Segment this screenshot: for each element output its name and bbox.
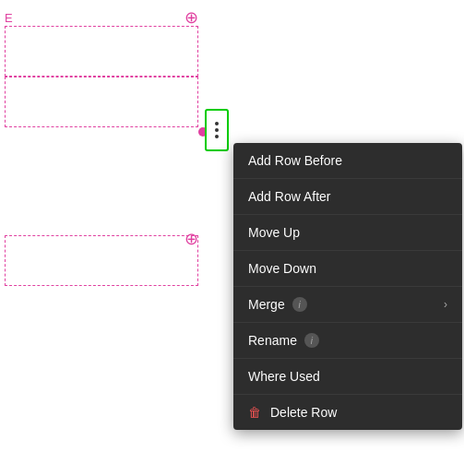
- menu-item-left-add-row-before: Add Row Before: [248, 153, 342, 168]
- kebab-dot-3: [215, 135, 219, 138]
- menu-item-left-delete-row: 🗑Delete Row: [248, 405, 337, 420]
- info-badge-rename: i: [304, 333, 319, 348]
- menu-item-left-move-up: Move Up: [248, 225, 300, 240]
- menu-item-where-used[interactable]: Where Used: [233, 359, 462, 395]
- column-label: E: [5, 11, 13, 25]
- submenu-chevron-merge: ›: [444, 298, 447, 311]
- menu-item-delete-row[interactable]: 🗑Delete Row: [233, 395, 462, 430]
- menu-item-move-up[interactable]: Move Up: [233, 215, 462, 251]
- menu-item-left-merge: Mergei: [248, 297, 307, 312]
- table-cell-row-below[interactable]: [5, 235, 198, 286]
- table-cell-2[interactable]: [5, 77, 198, 127]
- menu-item-label-where-used: Where Used: [248, 369, 320, 384]
- menu-item-label-add-row-after: Add Row After: [248, 189, 331, 204]
- menu-item-left-rename: Renamei: [248, 333, 319, 348]
- add-column-icon[interactable]: ⊕: [184, 9, 198, 26]
- canvas-area: E ⊕ ⊕: [0, 0, 233, 476]
- add-row-below-icon[interactable]: ⊕: [184, 229, 198, 249]
- menu-item-add-row-after[interactable]: Add Row After: [233, 179, 462, 215]
- menu-item-left-add-row-after: Add Row After: [248, 189, 331, 204]
- menu-item-label-merge: Merge: [248, 297, 285, 312]
- kebab-dot-2: [215, 128, 219, 132]
- menu-item-label-rename: Rename: [248, 333, 297, 348]
- column-header: E ⊕: [5, 9, 198, 26]
- menu-item-rename[interactable]: Renamei: [233, 323, 462, 359]
- table-cell-1[interactable]: [5, 26, 198, 77]
- info-badge-merge: i: [292, 297, 307, 312]
- menu-item-label-delete-row: Delete Row: [270, 405, 337, 420]
- menu-item-label-move-down: Move Down: [248, 261, 316, 276]
- menu-item-move-down[interactable]: Move Down: [233, 251, 462, 287]
- add-row-below-area: ⊕: [184, 229, 198, 249]
- menu-item-add-row-before[interactable]: Add Row Before: [233, 143, 462, 179]
- menu-item-left-move-down: Move Down: [248, 261, 316, 276]
- menu-item-label-move-up: Move Up: [248, 225, 300, 240]
- context-menu: Add Row BeforeAdd Row AfterMove UpMove D…: [233, 143, 462, 430]
- menu-item-label-add-row-before: Add Row Before: [248, 153, 342, 168]
- kebab-dot-1: [215, 122, 219, 125]
- row-options-button[interactable]: [205, 109, 229, 151]
- delete-row-icon: 🗑: [248, 405, 261, 420]
- menu-item-left-where-used: Where Used: [248, 369, 320, 384]
- menu-item-merge[interactable]: Mergei›: [233, 287, 462, 323]
